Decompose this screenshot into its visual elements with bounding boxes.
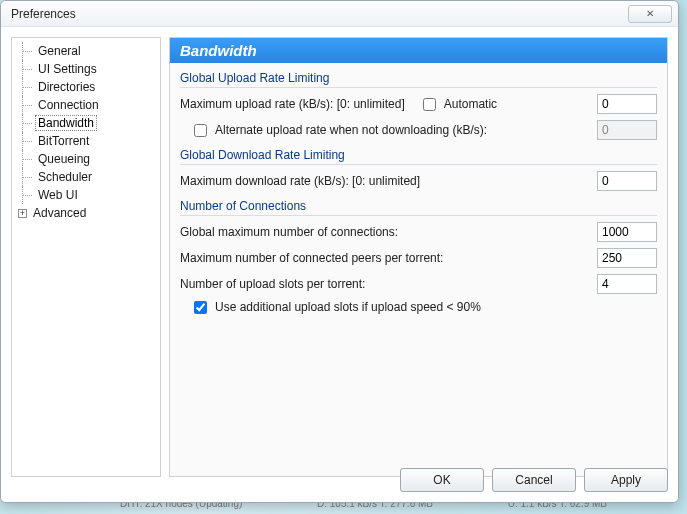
group-upload: Global Upload Rate Limiting Maximum uplo… xyxy=(180,71,657,140)
tree-branch-icon xyxy=(18,186,36,204)
nav-item-directories[interactable]: Directories xyxy=(12,78,160,96)
tree-branch-icon xyxy=(18,96,36,114)
group-title-connections: Number of Connections xyxy=(180,199,657,216)
global-max-input[interactable] xyxy=(597,222,657,242)
nav-label: Connection xyxy=(36,98,101,112)
global-max-label: Global maximum number of connections: xyxy=(180,225,398,239)
nav-label: Directories xyxy=(36,80,97,94)
nav-item-general[interactable]: General xyxy=(12,42,160,60)
tree-branch-icon xyxy=(18,168,36,186)
extra-slots-checkbox[interactable] xyxy=(194,301,207,314)
nav-item-queueing[interactable]: Queueing xyxy=(12,150,160,168)
nav-item-scheduler[interactable]: Scheduler xyxy=(12,168,160,186)
group-title-download: Global Download Rate Limiting xyxy=(180,148,657,165)
dialog-body: General UI Settings Directories Connecti… xyxy=(1,27,678,502)
nav-label: BitTorrent xyxy=(36,134,91,148)
peers-per-torrent-label: Maximum number of connected peers per to… xyxy=(180,251,443,265)
nav-item-connection[interactable]: Connection xyxy=(12,96,160,114)
dialog-buttons: OK Cancel Apply xyxy=(400,468,668,492)
cancel-label: Cancel xyxy=(515,473,552,487)
tree-branch-icon xyxy=(18,78,36,96)
max-download-input[interactable] xyxy=(597,171,657,191)
cancel-button[interactable]: Cancel xyxy=(492,468,576,492)
panel-header: Bandwidth xyxy=(170,38,667,63)
ok-button[interactable]: OK xyxy=(400,468,484,492)
nav-label: Queueing xyxy=(36,152,92,166)
nav-item-ui-settings[interactable]: UI Settings xyxy=(12,60,160,78)
titlebar[interactable]: Preferences ✕ xyxy=(1,1,678,27)
alt-upload-text: Alternate upload rate when not downloadi… xyxy=(215,123,487,137)
upload-slots-input[interactable] xyxy=(597,274,657,294)
settings-panel: Bandwidth Global Upload Rate Limiting Ma… xyxy=(169,37,668,477)
expand-icon[interactable]: + xyxy=(18,209,27,218)
group-download: Global Download Rate Limiting Maximum do… xyxy=(180,148,657,191)
alt-upload-input xyxy=(597,120,657,140)
max-upload-input[interactable] xyxy=(597,94,657,114)
upload-slots-label: Number of upload slots per torrent: xyxy=(180,277,365,291)
nav-label: Web UI xyxy=(36,188,80,202)
alt-upload-checkbox[interactable] xyxy=(194,124,207,137)
nav-label: Scheduler xyxy=(36,170,94,184)
alt-upload-checkbox-label[interactable]: Alternate upload rate when not downloadi… xyxy=(194,123,487,137)
group-connections: Number of Connections Global maximum num… xyxy=(180,199,657,314)
nav-item-bittorrent[interactable]: BitTorrent xyxy=(12,132,160,150)
automatic-checkbox[interactable] xyxy=(423,98,436,111)
apply-button[interactable]: Apply xyxy=(584,468,668,492)
preferences-dialog: Preferences ✕ General UI Settings Direct… xyxy=(0,0,679,503)
nav-item-advanced[interactable]: + Advanced xyxy=(12,204,160,222)
window-title: Preferences xyxy=(11,7,76,21)
nav-label: Bandwidth xyxy=(36,116,96,130)
max-download-label: Maximum download rate (kB/s): [0: unlimi… xyxy=(180,174,420,188)
nav-label: UI Settings xyxy=(36,62,99,76)
close-button[interactable]: ✕ xyxy=(628,5,672,23)
tree-branch-icon xyxy=(18,114,36,132)
nav-label: Advanced xyxy=(31,206,88,220)
nav-label: General xyxy=(36,44,83,58)
automatic-checkbox-label[interactable]: Automatic xyxy=(423,97,497,111)
extra-slots-text: Use additional upload slots if upload sp… xyxy=(215,300,481,314)
nav-tree: General UI Settings Directories Connecti… xyxy=(11,37,161,477)
nav-item-web-ui[interactable]: Web UI xyxy=(12,186,160,204)
nav-item-bandwidth[interactable]: Bandwidth xyxy=(12,114,160,132)
ok-label: OK xyxy=(433,473,450,487)
extra-slots-checkbox-label[interactable]: Use additional upload slots if upload sp… xyxy=(194,300,481,314)
max-upload-label: Maximum upload rate (kB/s): [0: unlimite… xyxy=(180,97,405,111)
close-icon: ✕ xyxy=(646,8,654,19)
apply-label: Apply xyxy=(611,473,641,487)
automatic-text: Automatic xyxy=(444,97,497,111)
tree-branch-icon xyxy=(18,60,36,78)
group-title-upload: Global Upload Rate Limiting xyxy=(180,71,657,88)
peers-per-torrent-input[interactable] xyxy=(597,248,657,268)
tree-branch-icon xyxy=(18,150,36,168)
tree-branch-icon xyxy=(18,42,36,60)
tree-branch-icon xyxy=(18,132,36,150)
